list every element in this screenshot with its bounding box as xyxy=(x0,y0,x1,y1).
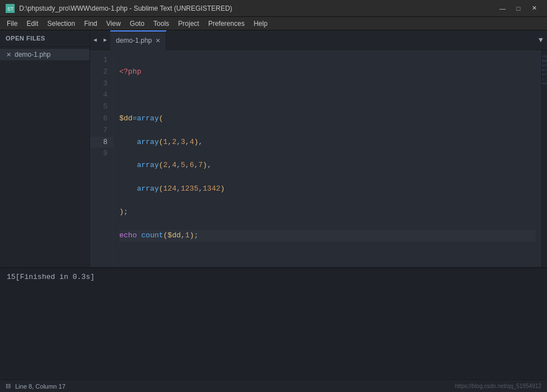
tab-bar: ◀ ▶ demo-1.php ✕ ▼ xyxy=(90,30,547,50)
close-button[interactable]: ✕ xyxy=(527,3,541,13)
line-num-7: 7 xyxy=(90,125,113,137)
menu-item-help[interactable]: Help xyxy=(249,17,272,30)
code-content[interactable]: 1 2 3 4 5 6 7 8 9 <?php $dd=array( array… xyxy=(90,50,547,267)
menu-item-goto[interactable]: Goto xyxy=(125,17,149,30)
code-line-6: array(124,1235,1342) xyxy=(119,183,536,195)
code-line-4: array(1,2,3,4), xyxy=(119,137,536,148)
file-name: demo-1.php xyxy=(15,51,51,58)
output-panel: 15[Finished in 0.3s] xyxy=(0,267,547,380)
minimize-button[interactable]: — xyxy=(495,3,510,13)
sidebar: OPEN FILES ✕ demo-1.php xyxy=(0,30,90,267)
maximize-button[interactable]: □ xyxy=(511,3,526,13)
code-line-7: ); xyxy=(119,206,536,218)
code-line-9 xyxy=(119,254,536,265)
menu-item-view[interactable]: View xyxy=(102,17,125,30)
minimap: <?php $dd=array( array(1,2,3,4), array(2… xyxy=(541,50,547,267)
tab-dropdown[interactable]: ▼ xyxy=(535,30,547,50)
file-close-icon[interactable]: ✕ xyxy=(5,51,12,58)
sidebar-header: OPEN FILES xyxy=(0,30,89,47)
line-num-6: 6 xyxy=(90,113,113,125)
code-line-3: $dd=array( xyxy=(119,113,536,125)
tab-label: demo-1.php xyxy=(116,37,152,44)
line-num-3: 3 xyxy=(90,78,113,90)
watermark-text: https://blog.csdn.net/qq_51954912 xyxy=(455,383,541,389)
title-bar-left: ST D:\phpstudy_pro\WWW\demo-1.php - Subl… xyxy=(6,4,232,13)
open-files-list: ✕ demo-1.php xyxy=(0,47,89,62)
status-icon: ⊟ xyxy=(6,382,11,390)
output-text: 15[Finished in 0.3s] xyxy=(7,273,95,281)
code-line-1: <?php xyxy=(119,66,536,78)
svg-text:ST: ST xyxy=(7,7,14,12)
line-num-5: 5 xyxy=(90,101,113,113)
title-bar: ST D:\phpstudy_pro\WWW\demo-1.php - Subl… xyxy=(0,0,547,17)
code-line-5: array(2,4,5,6,7), xyxy=(119,160,536,172)
app-icon: ST xyxy=(6,4,15,13)
status-right: https://blog.csdn.net/qq_51954912 xyxy=(455,383,541,389)
code-editor[interactable]: <?php $dd=array( array(1,2,3,4), array(2… xyxy=(114,50,541,267)
cursor-position: Line 8, Column 17 xyxy=(15,383,65,390)
menu-item-preferences[interactable]: Preferences xyxy=(204,17,249,30)
line-num-8: 8 xyxy=(90,137,113,148)
code-line-2 xyxy=(119,89,536,101)
status-bar: ⊟ Line 8, Column 17 https://blog.csdn.ne… xyxy=(0,380,547,392)
tab-demo-1-php[interactable]: demo-1.php ✕ xyxy=(110,30,167,50)
menu-item-find[interactable]: Find xyxy=(79,17,101,30)
editor-area: OPEN FILES ✕ demo-1.php ◀ ▶ demo-1.php ✕… xyxy=(0,30,547,267)
code-line-8: echo count($dd,1); xyxy=(119,230,536,242)
menu-item-tools[interactable]: Tools xyxy=(149,17,174,30)
line-num-2: 2 xyxy=(90,66,113,78)
line-num-9: 9 xyxy=(90,148,113,160)
tab-close-icon[interactable]: ✕ xyxy=(155,37,160,44)
menu-item-file[interactable]: File xyxy=(2,17,22,30)
menu-bar: FileEditSelectionFindViewGotoToolsProjec… xyxy=(0,17,547,30)
line-num-1: 1 xyxy=(90,55,113,66)
window-controls: — □ ✕ xyxy=(495,3,541,13)
line-num-4: 4 xyxy=(90,89,113,101)
window-title: D:\phpstudy_pro\WWW\demo-1.php - Sublime… xyxy=(19,4,232,12)
sidebar-item-demo-1-php[interactable]: ✕ demo-1.php xyxy=(0,49,89,60)
tab-nav-left[interactable]: ◀ xyxy=(90,30,100,50)
line-numbers: 1 2 3 4 5 6 7 8 9 xyxy=(90,50,114,267)
status-left: ⊟ Line 8, Column 17 xyxy=(6,382,65,390)
menu-item-project[interactable]: Project xyxy=(174,17,204,30)
menu-item-edit[interactable]: Edit xyxy=(22,17,43,30)
menu-item-selection[interactable]: Selection xyxy=(43,17,79,30)
code-pane: ◀ ▶ demo-1.php ✕ ▼ 1 2 3 4 5 6 7 8 xyxy=(90,30,547,267)
main-layout: OPEN FILES ✕ demo-1.php ◀ ▶ demo-1.php ✕… xyxy=(0,30,547,392)
tab-nav-right[interactable]: ▶ xyxy=(100,30,110,50)
